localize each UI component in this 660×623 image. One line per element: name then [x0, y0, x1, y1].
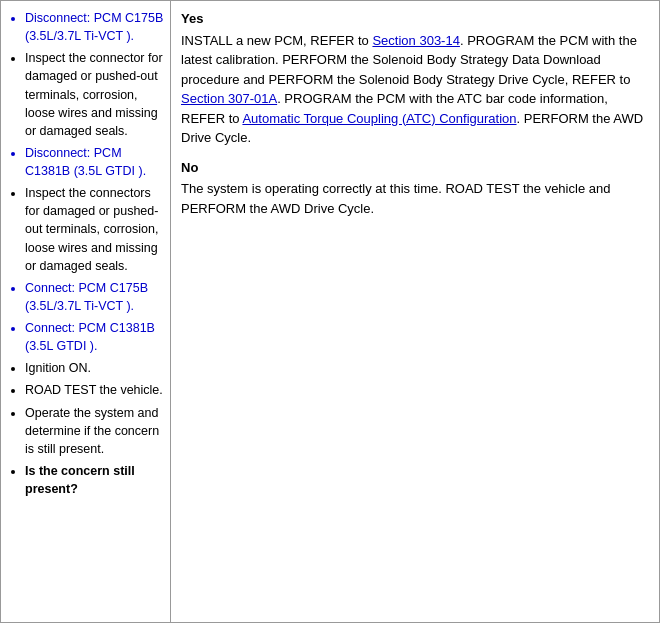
list-item: ROAD TEST the vehicle.: [25, 381, 164, 399]
list-item: Is the concern still present?: [25, 462, 164, 498]
yes-label: Yes: [181, 9, 649, 29]
yes-paragraph: INSTALL a new PCM, REFER to Section 303-…: [181, 31, 649, 148]
right-panel: Yes INSTALL a new PCM, REFER to Section …: [171, 1, 659, 622]
link-section-303-14[interactable]: Section 303-14: [372, 33, 459, 48]
list-item: Disconnect: PCM C175B (3.5L/3.7L Ti-VCT …: [25, 9, 164, 45]
link-section-307-01a[interactable]: Section 307-01A: [181, 91, 277, 106]
list-item: Operate the system and determine if the …: [25, 404, 164, 458]
list-item: Disconnect: PCM C1381B (3.5L GTDI ).: [25, 144, 164, 180]
yes-text1: INSTALL a new PCM, REFER to: [181, 33, 372, 48]
no-label: No: [181, 158, 649, 178]
main-container: Disconnect: PCM C175B (3.5L/3.7L Ti-VCT …: [0, 0, 660, 623]
list-item: Connect: PCM C1381B (3.5L GTDI ).: [25, 319, 164, 355]
list-item: Inspect the connector for damaged or pus…: [25, 49, 164, 140]
list-item: Connect: PCM C175B (3.5L/3.7L Ti-VCT ).: [25, 279, 164, 315]
list-item: Inspect the connectors for damaged or pu…: [25, 184, 164, 275]
left-panel: Disconnect: PCM C175B (3.5L/3.7L Ti-VCT …: [1, 1, 171, 622]
steps-list: Disconnect: PCM C175B (3.5L/3.7L Ti-VCT …: [9, 9, 164, 498]
link-atc-config[interactable]: Automatic Torque Coupling (ATC) Configur…: [242, 111, 516, 126]
no-paragraph: The system is operating correctly at thi…: [181, 179, 649, 218]
list-item: Ignition ON.: [25, 359, 164, 377]
